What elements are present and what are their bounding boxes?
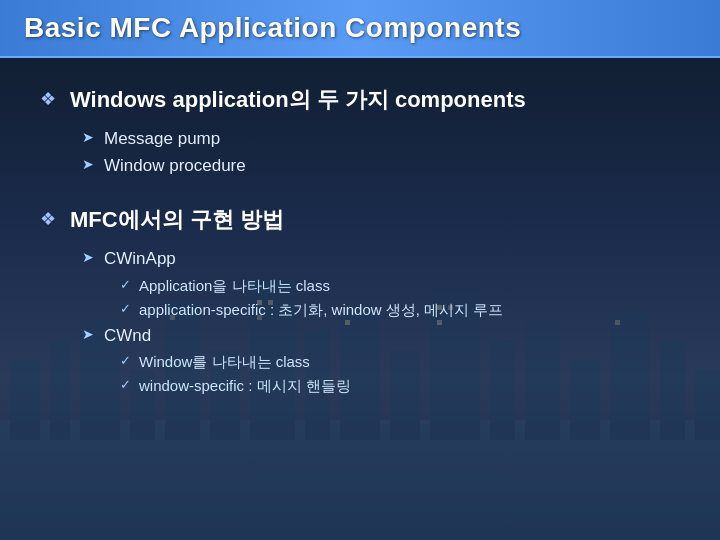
sub-text-cwnd: CWnd bbox=[104, 324, 151, 348]
sub-sub-bullet-cwinapp-1: ✓ Application을 나타내는 class bbox=[120, 275, 680, 296]
slide-content: ❖ Windows application의 두 가지 components ➤… bbox=[0, 58, 720, 452]
sub-sub-bullet-cwnd-1: ✓ Window를 나타내는 class bbox=[120, 351, 680, 372]
sub-sub-bullet-cwnd-2: ✓ window-specific : 메시지 핸들링 bbox=[120, 375, 680, 396]
sub-sub-text-cwinapp-1: Application을 나타내는 class bbox=[139, 275, 330, 296]
sub-sub-text-cwnd-1: Window를 나타내는 class bbox=[139, 351, 310, 372]
slide-header: Basic MFC Application Components bbox=[0, 0, 720, 58]
check-mark-3: ✓ bbox=[120, 353, 131, 368]
sub-arrow-2: ➤ bbox=[82, 156, 94, 172]
sub-sub-text-cwnd-2: window-specific : 메시지 핸들링 bbox=[139, 375, 351, 396]
sub-arrow-4: ➤ bbox=[82, 326, 94, 342]
main-text-1: Windows application의 두 가지 components bbox=[70, 86, 526, 115]
sub-text-cwinapp: CWinApp bbox=[104, 247, 176, 271]
main-bullet-2: ❖ MFC에서의 구현 방법 bbox=[40, 206, 680, 235]
sub-arrow-3: ➤ bbox=[82, 249, 94, 265]
check-mark-2: ✓ bbox=[120, 301, 131, 316]
slide: Basic MFC Application Components ❖ Windo… bbox=[0, 0, 720, 540]
check-mark-1: ✓ bbox=[120, 277, 131, 292]
sub-bullet-cwnd: ➤ CWnd bbox=[82, 324, 680, 348]
bullet-diamond-2: ❖ bbox=[40, 208, 56, 230]
sub-sub-bullet-cwinapp-2: ✓ application-specific : 초기화, window 생성,… bbox=[120, 299, 680, 320]
sub-sub-bullets-cwinapp: ✓ Application을 나타내는 class ✓ application-… bbox=[120, 275, 680, 320]
check-mark-4: ✓ bbox=[120, 377, 131, 392]
sub-bullets-1: ➤ Message pump ➤ Window procedure bbox=[82, 127, 680, 179]
section-windows-components: ❖ Windows application의 두 가지 components ➤… bbox=[40, 86, 680, 178]
sub-bullets-2: ➤ CWinApp ✓ Application을 나타내는 class ✓ ap… bbox=[82, 247, 680, 397]
bullet-diamond-1: ❖ bbox=[40, 88, 56, 110]
main-text-2: MFC에서의 구현 방법 bbox=[70, 206, 284, 235]
sub-text-window-procedure: Window procedure bbox=[104, 154, 246, 178]
slide-title: Basic MFC Application Components bbox=[24, 12, 521, 43]
section-mfc-implementation: ❖ MFC에서의 구현 방법 ➤ CWinApp ✓ Application을 … bbox=[40, 206, 680, 396]
sub-bullet-message-pump: ➤ Message pump bbox=[82, 127, 680, 151]
sub-text-message-pump: Message pump bbox=[104, 127, 220, 151]
sub-arrow-1: ➤ bbox=[82, 129, 94, 145]
sub-bullet-window-procedure: ➤ Window procedure bbox=[82, 154, 680, 178]
sub-sub-bullets-cwnd: ✓ Window를 나타내는 class ✓ window-specific :… bbox=[120, 351, 680, 396]
main-bullet-1: ❖ Windows application의 두 가지 components bbox=[40, 86, 680, 115]
sub-sub-text-cwinapp-2: application-specific : 초기화, window 생성, 메… bbox=[139, 299, 503, 320]
sub-bullet-cwinapp: ➤ CWinApp bbox=[82, 247, 680, 271]
